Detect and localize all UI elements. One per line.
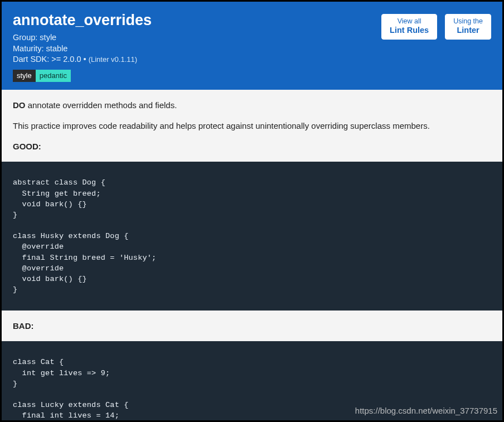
button-line1: Using the bbox=[453, 17, 483, 26]
badge-pedantic: pedantic bbox=[36, 70, 71, 82]
button-line2: Lint Rules bbox=[390, 26, 429, 35]
meta-sdk-line: Dart SDK: >= 2.0.0 • (Linter v0.1.11) bbox=[13, 54, 491, 65]
header: annotate_overrides Group: style Maturity… bbox=[2, 2, 502, 90]
meta-linter-version: (Linter v0.1.11) bbox=[89, 55, 137, 64]
good-label: GOOD: bbox=[13, 140, 491, 153]
page: annotate_overrides Group: style Maturity… bbox=[2, 2, 502, 420]
bad-label: BAD: bbox=[13, 319, 491, 332]
do-label: DO bbox=[13, 100, 26, 110]
meta-maturity: Maturity: stable bbox=[13, 43, 491, 55]
button-line2: Linter bbox=[453, 26, 483, 35]
meta-sdk: Dart SDK: >= 2.0.0 bbox=[13, 55, 81, 64]
good-code-block: abstract class Dog { String get breed; v… bbox=[2, 162, 502, 311]
button-line1: View all bbox=[390, 17, 429, 26]
do-line: DO annotate overridden methods and field… bbox=[13, 99, 491, 111]
view-all-lint-rules-button[interactable]: View all Lint Rules bbox=[381, 14, 437, 40]
badges: stylepedantic bbox=[13, 70, 491, 82]
do-text: annotate overridden methods and fields. bbox=[26, 100, 177, 110]
bad-section: BAD: bbox=[2, 311, 502, 341]
bad-code-block: class Cat { int get lives => 9; } class … bbox=[2, 341, 502, 420]
intro-section: DO annotate overridden methods and field… bbox=[2, 90, 502, 162]
using-the-linter-button[interactable]: Using the Linter bbox=[445, 14, 491, 40]
meta-dot: • bbox=[81, 55, 89, 64]
badge-style: style bbox=[13, 70, 36, 82]
practice-text: This practice improves code readability … bbox=[13, 119, 491, 132]
content: DO annotate overridden methods and field… bbox=[2, 90, 502, 420]
header-buttons: View all Lint Rules Using the Linter bbox=[381, 14, 491, 40]
